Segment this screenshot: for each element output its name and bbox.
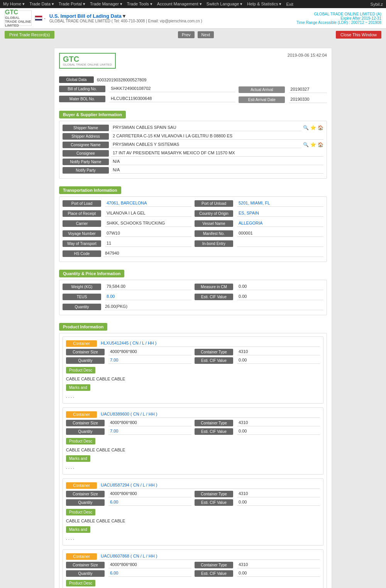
container-4-label: Container — [66, 553, 97, 560]
notify-party-label: Notify Party — [63, 167, 109, 174]
nav-my-home[interactable]: My Home ▾ — [3, 2, 25, 7]
shipper-search-icon[interactable]: 🔍 — [303, 125, 309, 130]
nav-help-statistics[interactable]: Help & Statistics ▾ — [247, 2, 281, 7]
nav-trade-tools[interactable]: Trade Tools ▾ — [127, 2, 152, 7]
container-2-size-label: Container Size — [66, 420, 105, 426]
voyage-number-value: 07W10 — [105, 230, 191, 237]
consignee-name-label: Consignee Name — [63, 142, 109, 148]
in-bond-entry-label: In-bond Entry — [195, 240, 233, 247]
master-bol-value: HLCUBC1190300648 — [109, 95, 235, 102]
country-origin-value: ES, SPAIN — [237, 210, 323, 217]
quantity-value: 26.00(PKG) — [103, 303, 323, 310]
top-navigation: My Home ▾ Trade Data ▾ Trade Portal ▾ Tr… — [0, 0, 386, 8]
us-flag-icon — [35, 15, 42, 21]
port-unload-value: 5201, MIAMI, FL — [237, 200, 323, 207]
shipper-home-icon[interactable]: 🏠 — [318, 125, 323, 130]
shipper-name-value: PRYSMIAN CABLES SPAIN SAU — [111, 124, 301, 131]
nav-account-management[interactable]: Account Management ▾ — [157, 2, 202, 7]
master-bol-row: Mater BOL No. HLCUBC1190300648 Esti Arri… — [59, 95, 327, 104]
container-4-cif-value: 0.00 — [237, 570, 320, 577]
voyage-number-label: Voyage Number — [63, 230, 101, 237]
container-3-product-desc-btn[interactable]: Product Desc — [66, 509, 95, 515]
product-info-header: Product Information — [59, 323, 107, 331]
consignee-row: Consignee 17 INT AV PRESIDENTE MASARYK M… — [63, 150, 323, 157]
logo-gtc: GTC — [5, 9, 31, 16]
nav-trade-portal[interactable]: Trade Portal ▾ — [59, 2, 85, 7]
container-3-size-label: Container Size — [66, 491, 105, 497]
shipper-address-row: Shipper Address 2 CARRETERA C-15 KM VILA… — [63, 133, 323, 140]
teus-cif-row: TEUS 8.00 Esti. CIF Value 0.00 — [63, 293, 323, 302]
container-4-qty-cif: Quantity 6.00 Esti. CIF Value 0.00 — [66, 570, 320, 577]
container-1-marks-btn[interactable]: Marks and — [66, 384, 90, 391]
receipt-origin-row: Place of Receipt VILANOVA I LA GEL Count… — [63, 210, 323, 218]
esti-cif-value: 0.00 — [237, 293, 323, 300]
container-3-marks-btn[interactable]: Marks and — [66, 526, 90, 533]
buyer-supplier-section: Buyer & Supplier Information Shipper Nam… — [59, 107, 327, 179]
consignee-star-icon[interactable]: ⭐ — [310, 142, 316, 147]
bol-row: Bill of Lading No. SHKK724900108702 Actu… — [59, 85, 327, 94]
consignee-home-icon[interactable]: 🏠 — [318, 142, 323, 147]
shipper-star-icon[interactable]: ⭐ — [310, 125, 316, 130]
container-4-qty-label: Quantity — [66, 570, 105, 577]
teus-value: 8.00 — [105, 293, 191, 300]
flag-separator: - — [44, 16, 46, 20]
container-1-type-value: 4310 — [237, 348, 320, 355]
way-of-transport-label: Way of Transport — [63, 240, 101, 247]
container-3-size-value: 4000*806*800 — [108, 490, 191, 497]
flag-area: - — [35, 15, 46, 21]
header-bar: GTC GLOBAL TRADE ONLINE LIMITED - U.S. I… — [0, 8, 386, 29]
country-origin-label: Country of Origin — [195, 210, 233, 217]
top-action-bar: Print Trade Record(s) Prev Next Close Th… — [0, 29, 386, 41]
container-1-cif-label: Esti. CIF Value — [195, 357, 233, 364]
manifest-no-label: Manifest No. — [195, 230, 233, 237]
container-3-cif-value: 0.00 — [237, 499, 320, 506]
hs-code-row: HS Code 847940 — [63, 250, 323, 257]
quantity-price-section: Quantity & Price Information Weight (KG)… — [59, 266, 327, 315]
prev-button[interactable]: Prev — [178, 31, 195, 38]
print-button[interactable]: Print Trade Record(s) — [5, 31, 54, 39]
container-1-product-desc-btn[interactable]: Product Desc — [66, 367, 95, 373]
container-3-type-value: 4310 — [237, 490, 320, 497]
teus-label: TEUS — [63, 294, 101, 300]
container-3-type-label: Container Type — [195, 491, 233, 497]
global-data-value: 600320190328000527809 — [97, 78, 146, 82]
container-2-marks-btn[interactable]: Marks and — [66, 455, 90, 462]
notify-party-value: N/A — [111, 167, 323, 174]
header-left: GTC GLOBAL TRADE ONLINE LIMITED - U.S. I… — [5, 10, 202, 26]
nav-exit[interactable]: Exit — [286, 2, 293, 7]
nav-switch-language[interactable]: Switch Language ▾ — [207, 2, 242, 7]
document-logo: GTC GLOBAL TRADE ONLINE LIMITED — [59, 53, 116, 69]
product-info-section: Product Information Container HLXU541244… — [59, 319, 327, 588]
container-1-qty-cif: Quantity 7.00 Esti. CIF Value 0.00 — [66, 357, 320, 364]
consignee-search-icon[interactable]: 🔍 — [303, 142, 309, 147]
container-2-cif-value: 0.00 — [237, 428, 320, 435]
measure-cm-value: 0.00 — [237, 283, 323, 290]
container-4-size-value: 4000*806*800 — [108, 561, 191, 568]
container-4-row: Container UACU8607868 ( CN / L / HH ) — [66, 553, 320, 560]
transport-inbond-row: Way of Transport 11 In-bond Entry — [63, 240, 323, 248]
weight-value: 79,584.00 — [105, 283, 191, 290]
container-2-size-value: 4000*806*800 — [108, 419, 191, 426]
header-account-info: GLOBAL TRADE ONLINE LIMITED (A) Expire A… — [296, 12, 381, 25]
bol-label: Bill of Lading No. — [59, 86, 105, 92]
buyer-supplier-box: Shipper Name PRYSMIAN CABLES SPAIN SAU 🔍… — [59, 121, 327, 179]
shipper-name-with-icons: PRYSMIAN CABLES SPAIN SAU 🔍 ⭐ 🏠 — [111, 124, 323, 131]
nav-trade-data[interactable]: Trade Data ▾ — [29, 2, 54, 7]
close-button[interactable]: Close This Window — [336, 31, 381, 39]
container-2-product-desc-btn[interactable]: Product Desc — [66, 438, 95, 444]
quantity-price-header: Quantity & Price Information — [59, 270, 124, 277]
nav-trade-manager[interactable]: Trade Manager ▾ — [90, 2, 122, 7]
container-4-product-desc-btn[interactable]: Product Desc — [66, 580, 95, 586]
container-2-type-value: 4310 — [237, 419, 320, 426]
notify-party-row: Notify Party N/A — [63, 167, 323, 174]
container-1-size-value: 4000*806*800 — [108, 348, 191, 355]
master-bol-label: Mater BOL No. — [59, 96, 105, 102]
container-3-marks-text: . . . . — [66, 535, 320, 541]
global-data-row: Global Data 600320190328000527809 — [59, 76, 327, 83]
next-button[interactable]: Next — [198, 31, 214, 38]
container-4-type-value: 4310 — [237, 561, 320, 568]
container-1-row: Container HLXU5412445 ( CN / L / HH ) — [66, 340, 320, 347]
container-4-type-label: Container Type — [195, 562, 233, 568]
consignee-name-row: Consignee Name PRYSMIAN CABLES Y SISTEMA… — [63, 141, 323, 148]
consignee-label: Consignee — [63, 150, 109, 157]
